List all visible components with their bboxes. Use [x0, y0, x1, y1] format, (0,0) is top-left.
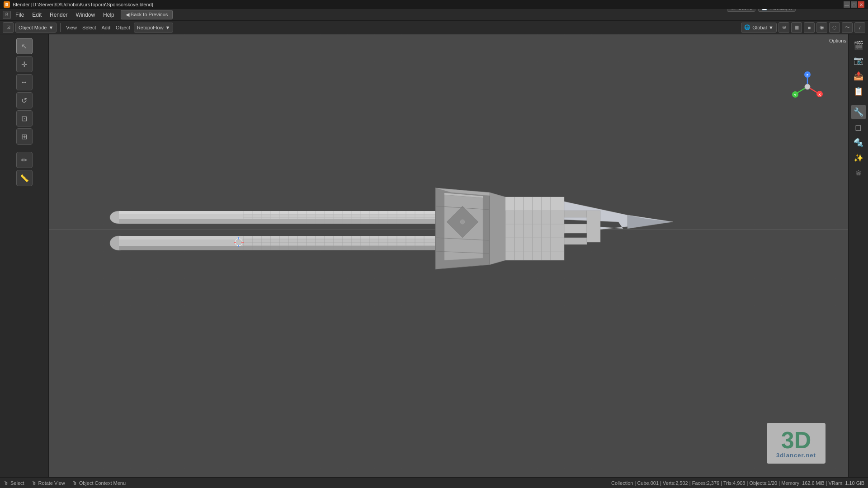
svg-line-68: [435, 206, 490, 210]
select-menu[interactable]: Select: [80, 25, 98, 30]
shading-eevee-btn[interactable]: /: [854, 22, 865, 33]
close-button[interactable]: ✕: [858, 1, 864, 8]
tool-properties-btn[interactable]: 🔧: [851, 105, 866, 119]
svg-marker-62: [490, 192, 505, 265]
tool-transform[interactable]: ⊞: [16, 128, 33, 145]
toolbar-right: 🌐 Global ▼ ⊕ ▦ ■ ◉ ◌ 〜 /: [741, 22, 865, 33]
svg-rect-11: [119, 219, 435, 224]
blender-logo[interactable]: B: [3, 11, 11, 19]
viewport-collection: (1) Collection | Cube.001: [53, 47, 108, 54]
svg-rect-1: [49, 34, 848, 477]
toolbar-sep-1: [60, 23, 61, 32]
menu-render[interactable]: Render: [46, 11, 71, 19]
menu-window[interactable]: Window: [72, 11, 99, 19]
svg-rect-72: [505, 197, 564, 211]
menu-edit[interactable]: Edit: [28, 11, 45, 19]
snapping-btn[interactable]: ⊕: [778, 22, 789, 33]
tool-select[interactable]: ↖: [16, 38, 33, 54]
svg-marker-65: [447, 206, 478, 238]
particle-properties-btn[interactable]: ✨: [851, 151, 866, 165]
right-properties-panel: 🎬 📷 📤 📋 🔧 ◻ 🔩 ✨ ⚛: [848, 34, 868, 477]
svg-rect-7: [119, 246, 435, 250]
svg-rect-9: [119, 211, 435, 224]
shading-solid-btn[interactable]: ◉: [816, 22, 827, 33]
retopoflow-dropdown[interactable]: RetopoFlow ▼: [134, 23, 174, 33]
svg-marker-84: [627, 215, 673, 222]
minimize-button[interactable]: —: [844, 1, 850, 8]
svg-point-103: [805, 84, 810, 89]
viewport-gizmo[interactable]: Z X Y: [789, 69, 826, 105]
menu-file[interactable]: File: [12, 11, 28, 19]
viewport-perspective: User Perspective: [53, 39, 108, 47]
tool-move[interactable]: ↔: [16, 74, 33, 90]
object-properties-btn[interactable]: ◻: [851, 120, 866, 135]
render-properties-btn[interactable]: 📷: [851, 53, 866, 68]
status-context-menu: 🖱 Object Context Menu: [72, 480, 126, 486]
status-bar: 🖱 Select 🖱 Rotate View 🖱 Object Context …: [0, 477, 868, 488]
title-bar: B Blender [D:\Server3D\Uchoba\KursTopora…: [0, 0, 868, 9]
viewport-label: User Perspective (1) Collection | Cube.0…: [53, 39, 108, 54]
svg-text:Z: Z: [807, 73, 809, 77]
status-stats: Collection | Cube.001 | Verts:2,502 | Fa…: [611, 480, 864, 486]
svg-point-89: [235, 239, 242, 246]
object-mode-arrow: ▼: [48, 25, 53, 30]
brand-site-name: 3dlancer.net: [776, 452, 816, 459]
svg-rect-86: [564, 238, 587, 244]
tool-rotate[interactable]: ↺: [16, 92, 33, 108]
svg-rect-85: [564, 211, 587, 217]
svg-marker-83: [627, 215, 673, 229]
crosshair-vertical: [448, 34, 449, 477]
retopoflow-label: RetopoFlow: [137, 25, 164, 30]
object-menu[interactable]: Object: [114, 25, 132, 30]
back-to-previous-button[interactable]: ◀ Back to Previous: [121, 10, 173, 19]
view-layer-btn[interactable]: 📋: [851, 84, 866, 99]
svg-line-69: [435, 238, 490, 240]
svg-point-8: [110, 211, 128, 224]
select-mouse-icon: 🖱: [4, 480, 9, 486]
object-mode-dropdown[interactable]: Object Mode ▼: [15, 23, 57, 33]
svg-marker-82: [564, 202, 673, 233]
main-viewport[interactable]: User Perspective (1) Collection | Cube.0…: [49, 34, 848, 477]
svg-text:X: X: [818, 93, 821, 97]
window-title: Blender [D:\Server3D\Uchoba\KursTopora\S…: [13, 2, 844, 7]
svg-point-67: [460, 220, 465, 224]
overlay-btn[interactable]: ▦: [791, 22, 802, 33]
svg-rect-10: [119, 211, 435, 214]
svg-line-70: [435, 251, 490, 253]
tool-scale[interactable]: ⊡: [16, 110, 33, 127]
retopoflow-arrow: ▼: [165, 25, 170, 30]
physics-properties-btn[interactable]: ⚛: [851, 166, 866, 181]
menu-help[interactable]: Help: [99, 11, 118, 19]
maximize-button[interactable]: □: [851, 1, 857, 8]
viewport-options-button[interactable]: Options: [829, 38, 846, 43]
svg-text:Y: Y: [794, 93, 797, 97]
mode-icon[interactable]: ⊡: [3, 22, 14, 33]
svg-rect-6: [119, 236, 435, 239]
global-dropdown[interactable]: 🌐 Global ▼: [741, 23, 777, 33]
shading-wire-btn[interactable]: ◌: [829, 22, 840, 33]
view-menu[interactable]: View: [64, 25, 79, 30]
svg-rect-4: [119, 236, 435, 250]
brand-watermark: 3D 3dlancer.net: [767, 423, 826, 464]
object-mode-label: Object Mode: [19, 25, 47, 30]
svg-point-3: [110, 236, 128, 250]
right-panel-top: 🎬 📷 📤 📋 🔧 ◻ 🔩 ✨ ⚛: [849, 38, 868, 181]
output-properties-btn[interactable]: 📤: [851, 69, 866, 83]
tool-annotate[interactable]: ✏: [16, 152, 33, 168]
global-icon: 🌐: [744, 24, 750, 30]
xray-btn[interactable]: ■: [804, 22, 815, 33]
scene-properties-btn[interactable]: 🎬: [851, 38, 866, 52]
crosshair-horizontal: [49, 245, 848, 245]
svg-rect-0: [49, 34, 848, 477]
svg-marker-64: [444, 195, 483, 260]
3d-model: [110, 188, 673, 269]
tool-cursor[interactable]: ✛: [16, 56, 33, 72]
left-tool-panel: ↖ ✛ ↔ ↺ ⊡ ⊞ ✏ 📏: [0, 34, 49, 477]
modifier-properties-btn[interactable]: 🔩: [851, 136, 866, 150]
status-rotate: 🖱 Rotate View: [32, 480, 65, 486]
cursor-3d: [234, 237, 244, 247]
svg-marker-61: [435, 188, 505, 197]
shading-render-btn[interactable]: 〜: [842, 22, 853, 33]
tool-measure[interactable]: 📏: [16, 170, 33, 186]
add-menu[interactable]: Add: [100, 25, 113, 30]
